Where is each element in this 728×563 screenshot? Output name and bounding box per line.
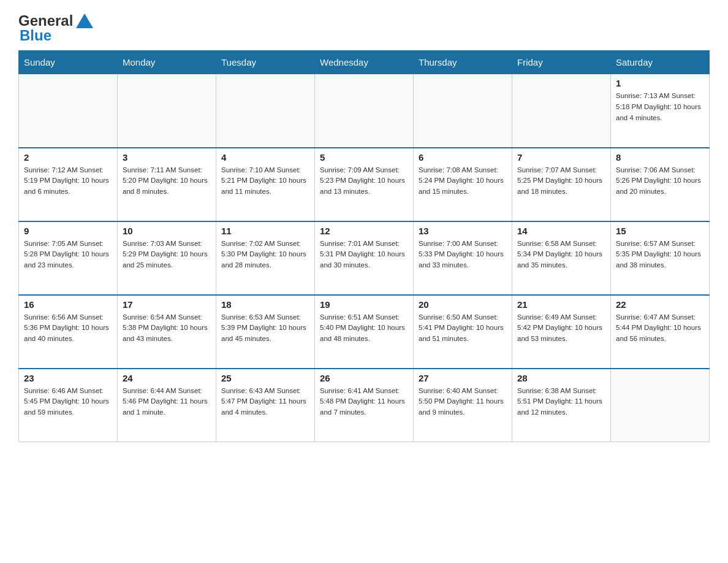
day-info: Sunrise: 7:00 AM Sunset: 5:33 PM Dayligh… — [419, 239, 507, 271]
day-info: Sunrise: 7:07 AM Sunset: 5:25 PM Dayligh… — [517, 165, 605, 197]
calendar-cell: 23Sunrise: 6:46 AM Sunset: 5:45 PM Dayli… — [19, 369, 118, 442]
day-info: Sunrise: 7:12 AM Sunset: 5:19 PM Dayligh… — [24, 165, 112, 197]
day-number: 7 — [517, 152, 605, 163]
day-number: 4 — [221, 152, 309, 163]
calendar-cell: 18Sunrise: 6:53 AM Sunset: 5:39 PM Dayli… — [216, 295, 315, 369]
day-number: 23 — [24, 373, 112, 383]
calendar-cell: 9Sunrise: 7:05 AM Sunset: 5:28 PM Daylig… — [19, 221, 118, 295]
calendar-cell — [118, 74, 216, 148]
page-header: General Blue — [18, 12, 710, 44]
calendar-table: SundayMondayTuesdayWednesdayThursdayFrid… — [18, 50, 710, 442]
calendar-cell — [216, 74, 315, 148]
day-info: Sunrise: 7:02 AM Sunset: 5:30 PM Dayligh… — [221, 239, 309, 271]
calendar-cell — [19, 74, 118, 148]
calendar-cell — [512, 74, 611, 148]
day-info: Sunrise: 6:57 AM Sunset: 5:35 PM Dayligh… — [616, 239, 704, 271]
day-number: 25 — [221, 373, 309, 383]
day-number: 28 — [517, 373, 605, 383]
calendar-cell: 2Sunrise: 7:12 AM Sunset: 5:19 PM Daylig… — [19, 148, 118, 221]
day-info: Sunrise: 6:47 AM Sunset: 5:44 PM Dayligh… — [616, 312, 704, 345]
day-info: Sunrise: 7:06 AM Sunset: 5:26 PM Dayligh… — [616, 165, 704, 197]
svg-marker-0 — [76, 13, 93, 28]
day-info: Sunrise: 7:09 AM Sunset: 5:23 PM Dayligh… — [320, 165, 408, 197]
calendar-week-row: 16Sunrise: 6:56 AM Sunset: 5:36 PM Dayli… — [19, 295, 710, 369]
day-of-week-header: Tuesday — [216, 51, 315, 74]
calendar-cell: 8Sunrise: 7:06 AM Sunset: 5:26 PM Daylig… — [611, 148, 710, 221]
day-of-week-header: Friday — [512, 51, 611, 74]
calendar-cell: 3Sunrise: 7:11 AM Sunset: 5:20 PM Daylig… — [118, 148, 216, 221]
day-info: Sunrise: 7:11 AM Sunset: 5:20 PM Dayligh… — [123, 165, 211, 197]
calendar-cell: 5Sunrise: 7:09 AM Sunset: 5:23 PM Daylig… — [315, 148, 414, 221]
calendar-week-row: 2Sunrise: 7:12 AM Sunset: 5:19 PM Daylig… — [19, 148, 710, 221]
day-info: Sunrise: 7:13 AM Sunset: 5:18 PM Dayligh… — [616, 91, 704, 123]
calendar-cell: 22Sunrise: 6:47 AM Sunset: 5:44 PM Dayli… — [611, 295, 710, 369]
calendar-cell: 28Sunrise: 6:38 AM Sunset: 5:51 PM Dayli… — [512, 369, 611, 442]
calendar-week-row: 1Sunrise: 7:13 AM Sunset: 5:18 PM Daylig… — [19, 74, 710, 148]
calendar-cell: 6Sunrise: 7:08 AM Sunset: 5:24 PM Daylig… — [414, 148, 512, 221]
day-number: 24 — [123, 373, 211, 383]
day-number: 3 — [123, 152, 211, 163]
day-number: 8 — [616, 152, 704, 163]
logo-blue-text: Blue — [20, 27, 51, 44]
logo: General Blue — [18, 12, 94, 44]
day-number: 20 — [419, 299, 507, 310]
day-info: Sunrise: 6:44 AM Sunset: 5:46 PM Dayligh… — [123, 386, 211, 418]
day-number: 17 — [123, 299, 211, 310]
calendar-cell: 26Sunrise: 6:41 AM Sunset: 5:48 PM Dayli… — [315, 369, 414, 442]
day-number: 5 — [320, 152, 408, 163]
day-info: Sunrise: 6:49 AM Sunset: 5:42 PM Dayligh… — [517, 312, 605, 345]
day-of-week-header: Wednesday — [315, 51, 414, 74]
calendar-cell: 16Sunrise: 6:56 AM Sunset: 5:36 PM Dayli… — [19, 295, 118, 369]
calendar-cell: 19Sunrise: 6:51 AM Sunset: 5:40 PM Dayli… — [315, 295, 414, 369]
day-info: Sunrise: 6:54 AM Sunset: 5:38 PM Dayligh… — [123, 312, 211, 345]
day-info: Sunrise: 6:58 AM Sunset: 5:34 PM Dayligh… — [517, 239, 605, 271]
day-info: Sunrise: 6:51 AM Sunset: 5:40 PM Dayligh… — [320, 312, 408, 345]
calendar-week-row: 23Sunrise: 6:46 AM Sunset: 5:45 PM Dayli… — [19, 369, 710, 442]
day-info: Sunrise: 6:38 AM Sunset: 5:51 PM Dayligh… — [517, 386, 605, 418]
day-number: 21 — [517, 299, 605, 310]
day-of-week-header: Sunday — [19, 51, 118, 74]
day-number: 6 — [419, 152, 507, 163]
calendar-cell: 14Sunrise: 6:58 AM Sunset: 5:34 PM Dayli… — [512, 221, 611, 295]
calendar-cell: 7Sunrise: 7:07 AM Sunset: 5:25 PM Daylig… — [512, 148, 611, 221]
calendar-cell: 10Sunrise: 7:03 AM Sunset: 5:29 PM Dayli… — [118, 221, 216, 295]
calendar-cell: 1Sunrise: 7:13 AM Sunset: 5:18 PM Daylig… — [611, 74, 710, 148]
calendar-cell: 24Sunrise: 6:44 AM Sunset: 5:46 PM Dayli… — [118, 369, 216, 442]
day-of-week-header: Saturday — [611, 51, 710, 74]
day-info: Sunrise: 6:50 AM Sunset: 5:41 PM Dayligh… — [419, 312, 507, 345]
day-number: 19 — [320, 299, 408, 310]
day-info: Sunrise: 7:10 AM Sunset: 5:21 PM Dayligh… — [221, 165, 309, 197]
calendar-cell: 17Sunrise: 6:54 AM Sunset: 5:38 PM Dayli… — [118, 295, 216, 369]
day-info: Sunrise: 6:53 AM Sunset: 5:39 PM Dayligh… — [221, 312, 309, 345]
calendar-cell: 27Sunrise: 6:40 AM Sunset: 5:50 PM Dayli… — [414, 369, 512, 442]
day-number: 10 — [123, 226, 211, 236]
day-of-week-header: Monday — [118, 51, 216, 74]
day-of-week-header: Thursday — [414, 51, 512, 74]
calendar-cell: 13Sunrise: 7:00 AM Sunset: 5:33 PM Dayli… — [414, 221, 512, 295]
calendar-cell: 11Sunrise: 7:02 AM Sunset: 5:30 PM Dayli… — [216, 221, 315, 295]
day-number: 18 — [221, 299, 309, 310]
day-number: 13 — [419, 226, 507, 236]
calendar-cell — [611, 369, 710, 442]
calendar-cell: 21Sunrise: 6:49 AM Sunset: 5:42 PM Dayli… — [512, 295, 611, 369]
day-number: 14 — [517, 226, 605, 236]
day-info: Sunrise: 6:43 AM Sunset: 5:47 PM Dayligh… — [221, 386, 309, 418]
day-number: 11 — [221, 226, 309, 236]
day-number: 9 — [24, 226, 112, 236]
calendar-header-row: SundayMondayTuesdayWednesdayThursdayFrid… — [19, 51, 710, 74]
calendar-cell — [414, 74, 512, 148]
day-info: Sunrise: 7:08 AM Sunset: 5:24 PM Dayligh… — [419, 165, 507, 197]
calendar-cell: 15Sunrise: 6:57 AM Sunset: 5:35 PM Dayli… — [611, 221, 710, 295]
day-number: 16 — [24, 299, 112, 310]
day-info: Sunrise: 6:41 AM Sunset: 5:48 PM Dayligh… — [320, 386, 408, 418]
day-info: Sunrise: 6:40 AM Sunset: 5:50 PM Dayligh… — [419, 386, 507, 418]
day-number: 12 — [320, 226, 408, 236]
day-info: Sunrise: 7:05 AM Sunset: 5:28 PM Dayligh… — [24, 239, 112, 271]
day-info: Sunrise: 6:56 AM Sunset: 5:36 PM Dayligh… — [24, 312, 112, 345]
day-number: 15 — [616, 226, 704, 236]
day-number: 22 — [616, 299, 704, 310]
calendar-cell: 4Sunrise: 7:10 AM Sunset: 5:21 PM Daylig… — [216, 148, 315, 221]
day-info: Sunrise: 7:01 AM Sunset: 5:31 PM Dayligh… — [320, 239, 408, 271]
day-number: 2 — [24, 152, 112, 163]
calendar-cell: 12Sunrise: 7:01 AM Sunset: 5:31 PM Dayli… — [315, 221, 414, 295]
